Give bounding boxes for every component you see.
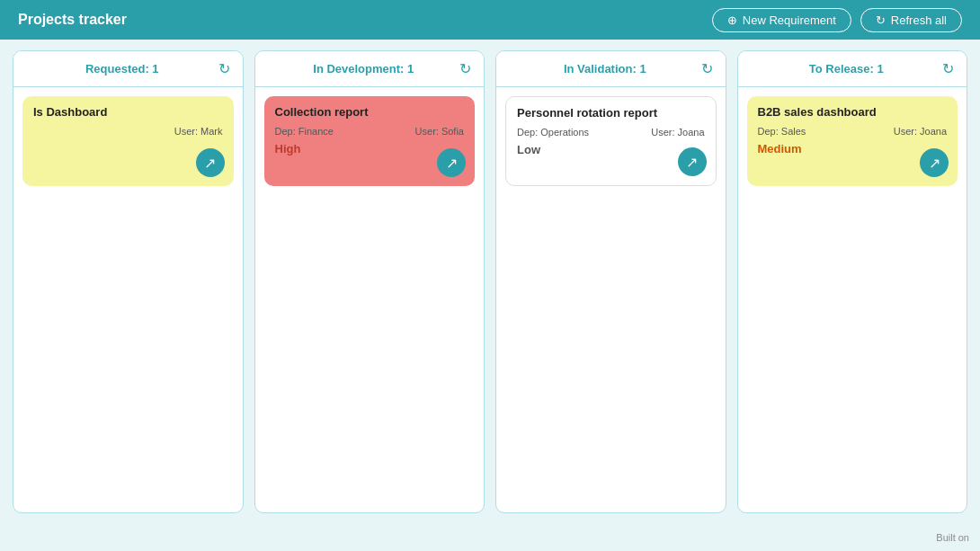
card-title: Personnel rotation report <box>517 106 705 120</box>
card-dep: Dep: Finance <box>275 126 334 137</box>
column-refresh-icon-in-validation[interactable]: ↻ <box>701 60 713 77</box>
card-dep: Dep: Operations <box>517 127 589 138</box>
card-user: User: Joana <box>894 126 947 137</box>
card-meta: User: Mark <box>33 126 223 137</box>
refresh-all-button[interactable]: ↻ Refresh all <box>860 8 962 32</box>
card-priority: High <box>275 142 465 156</box>
card-user: User: Mark <box>174 126 223 137</box>
refresh-all-icon: ↻ <box>876 13 886 27</box>
card-card-is-dashboard: Is DashboardUser: Mark↗ <box>22 96 234 186</box>
column-header-in-development: In Development: 1↻ <box>255 51 485 87</box>
column-body-in-development: Collection reportDep: FinanceUser: Sofia… <box>255 87 485 512</box>
column-title-in-validation: In Validation: 1 <box>509 62 701 76</box>
column-header-requested: Requested: 1↻ <box>13 51 243 87</box>
card-priority: Low <box>517 143 705 156</box>
card-user: User: Joana <box>651 127 704 138</box>
column-to-release: To Release: 1↻B2B sales dashboardDep: Sa… <box>737 50 968 513</box>
new-requirement-button[interactable]: ⊕ New Requirement <box>712 8 851 32</box>
card-priority: Medium <box>758 142 948 156</box>
column-title-requested: Requested: 1 <box>26 62 218 76</box>
card-meta: Dep: FinanceUser: Sofia <box>275 126 465 137</box>
column-refresh-icon-to-release[interactable]: ↻ <box>942 60 954 77</box>
card-card-b2b-sales: B2B sales dashboardDep: SalesUser: Joana… <box>747 96 958 186</box>
card-meta: Dep: OperationsUser: Joana <box>517 127 705 138</box>
card-dep: Dep: Sales <box>758 126 806 137</box>
column-requested: Requested: 1↻Is DashboardUser: Mark↗ <box>13 50 244 513</box>
column-body-in-validation: Personnel rotation reportDep: Operations… <box>496 87 726 512</box>
column-in-development: In Development: 1↻Collection reportDep: … <box>254 50 486 513</box>
column-refresh-icon-in-development[interactable]: ↻ <box>459 60 471 77</box>
column-title-to-release: To Release: 1 <box>751 62 943 76</box>
column-body-to-release: B2B sales dashboardDep: SalesUser: Joana… <box>738 87 967 512</box>
card-title: B2B sales dashboard <box>758 105 948 119</box>
app-title: Projects tracker <box>18 12 127 28</box>
column-refresh-icon-requested[interactable]: ↻ <box>218 60 230 77</box>
card-meta: Dep: SalesUser: Joana <box>758 126 948 137</box>
column-header-to-release: To Release: 1↻ <box>738 51 967 87</box>
built-on-text: Built on <box>936 532 969 543</box>
column-body-requested: Is DashboardUser: Mark↗ <box>13 87 243 512</box>
refresh-all-label: Refresh all <box>891 13 947 27</box>
card-card-collection-report: Collection reportDep: FinanceUser: Sofia… <box>264 96 476 186</box>
card-title: Collection report <box>275 105 465 119</box>
card-card-personnel-rotation: Personnel rotation reportDep: Operations… <box>505 96 717 186</box>
card-user: User: Sofia <box>415 126 464 137</box>
plus-icon: ⊕ <box>727 13 737 27</box>
column-in-validation: In Validation: 1↻Personnel rotation repo… <box>495 50 726 513</box>
header-actions: ⊕ New Requirement ↻ Refresh all <box>712 8 962 32</box>
kanban-board: Requested: 1↻Is DashboardUser: Mark↗In D… <box>0 40 980 524</box>
card-open-button[interactable]: ↗ <box>678 147 707 176</box>
card-open-button[interactable]: ↗ <box>196 148 225 177</box>
column-header-in-validation: In Validation: 1↻ <box>496 51 726 87</box>
app-footer: Built on <box>0 524 980 551</box>
app-header: Projects tracker ⊕ New Requirement ↻ Ref… <box>0 0 980 40</box>
column-title-in-development: In Development: 1 <box>268 62 460 76</box>
card-title: Is Dashboard <box>33 105 223 119</box>
card-open-button[interactable]: ↗ <box>437 148 466 177</box>
new-requirement-label: New Requirement <box>743 13 836 27</box>
card-open-button[interactable]: ↗ <box>920 148 949 177</box>
